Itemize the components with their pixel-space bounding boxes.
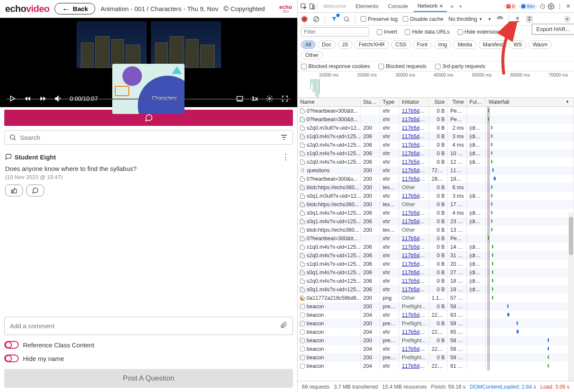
request-row[interactable]: beacon 200 prefl... Preflight... 0 B 58 … xyxy=(298,336,574,345)
request-initiator[interactable]: 117b5d0... xyxy=(399,277,429,285)
filter-chip-all[interactable]: All xyxy=(301,40,315,49)
request-initiator[interactable]: Preflight... xyxy=(399,336,429,345)
network-filter-input[interactable] xyxy=(301,27,369,37)
request-initiator[interactable]: 117b5d0... xyxy=(399,285,429,294)
request-initiator[interactable]: 117b5d0... xyxy=(399,132,429,141)
import-har-icon[interactable] xyxy=(514,16,521,23)
request-row[interactable]: blob:https://echo360... 200 text/... Oth… xyxy=(298,200,574,209)
export-har-icon[interactable] xyxy=(526,16,533,23)
request-initiator[interactable]: Preflight... xyxy=(399,353,429,362)
close-icon[interactable]: ✕ xyxy=(439,3,443,9)
forward-icon[interactable] xyxy=(39,95,47,102)
request-initiator[interactable]: 117b5d0... xyxy=(399,234,429,243)
col-size[interactable]: Size xyxy=(429,98,448,106)
request-row[interactable]: blob:https://echo360... 200 text/... Oth… xyxy=(298,226,574,234)
clear-icon[interactable] xyxy=(313,16,320,23)
attach-icon[interactable] xyxy=(280,321,287,330)
rewind-icon[interactable] xyxy=(24,95,31,102)
request-initiator[interactable]: 117b5d0... xyxy=(399,192,429,200)
col-time[interactable]: Time xyxy=(448,98,467,106)
tab-elements[interactable]: Elements xyxy=(352,1,382,11)
request-row[interactable]: beacon 204 xhr 117b5d0... 226 B 65 ms xyxy=(298,328,574,336)
hide-name-toggle[interactable] xyxy=(4,355,19,362)
request-row[interactable]: s1q0.m4s?x-uid=125... 206 xhr 117b5d0...… xyxy=(298,132,574,141)
request-row[interactable]: s1q0.m4s?x-uid=125... 206 xhr 117b5d0...… xyxy=(298,243,574,251)
request-row[interactable]: beacon 200 prefl... Preflight... 0 B 59 … xyxy=(298,319,574,328)
filter-icon[interactable] xyxy=(280,133,288,142)
request-initiator[interactable]: 117b5d0... xyxy=(399,311,429,319)
request-row[interactable]: 0?heartbeat=300&tt... xhr 117b5d0... 0 B… xyxy=(298,234,574,243)
reply-button[interactable] xyxy=(26,185,44,196)
request-row[interactable]: beacon 200 prefl... Preflight... 0 B 59 … xyxy=(298,353,574,362)
device-icon[interactable] xyxy=(309,3,315,10)
request-row[interactable]: s2q0.m4s?x-uid=125... 206 xhr 117b5d0...… xyxy=(298,141,574,149)
request-row[interactable]: s2q0.m4s?x-uid=125... 206 xhr 117b5d0...… xyxy=(298,277,574,285)
errors-badge[interactable]: ✕8 xyxy=(504,3,517,9)
request-row[interactable]: 0?heartbeat=300&tt... xhr 117b5d0... 0 B… xyxy=(298,115,574,124)
request-initiator[interactable]: Preflight... xyxy=(399,302,429,311)
settings-icon[interactable] xyxy=(548,3,554,10)
request-row[interactable]: s0q1.m4s?x-uid=125... 206 xhr 117b5d0...… xyxy=(298,209,574,217)
request-initiator[interactable]: 117b5d0... xyxy=(399,251,429,260)
like-button[interactable] xyxy=(5,185,23,196)
network-conditions-icon[interactable] xyxy=(497,16,503,23)
request-initiator[interactable]: 117b5d0... xyxy=(399,345,429,353)
request-row[interactable]: s2q0.m4s?x-uid=125... 206 xhr 117b5d0...… xyxy=(298,251,574,260)
col-initiator[interactable]: Initiator xyxy=(399,98,429,106)
filter-toggle-icon[interactable] xyxy=(330,16,338,22)
filter-chip-doc[interactable]: Doc xyxy=(318,40,335,49)
filter-chip-img[interactable]: Img xyxy=(434,40,452,49)
request-initiator[interactable]: Other xyxy=(399,294,429,302)
filter-chip-ws[interactable]: WS xyxy=(509,40,526,49)
search-input[interactable] xyxy=(20,134,276,141)
request-row[interactable]: s0q1.m4s?x-uid=125... 206 xhr 117b5d0...… xyxy=(298,285,574,294)
request-initiator[interactable]: 117b5d0... xyxy=(399,260,429,268)
play-icon[interactable] xyxy=(9,95,16,102)
request-row[interactable]: s1q0.m4s?x-uid=125... 206 xhr 117b5d0...… xyxy=(298,149,574,158)
request-row[interactable]: s0q1.m4s?x-uid=125... 206 xhr 117b5d0...… xyxy=(298,268,574,277)
request-initiator[interactable]: 117b5d0... xyxy=(399,107,429,115)
request-row[interactable]: 0?heartbeat=300&u... 200 xhr 117b5d0... … xyxy=(298,175,574,183)
request-initiator[interactable]: 117b5d0... xyxy=(399,217,429,226)
third-party-checkbox[interactable]: 3rd-party requests xyxy=(435,63,485,69)
throttling-select[interactable]: No throttling ▼ xyxy=(449,16,483,22)
request-initiator[interactable]: 117b5d0... xyxy=(399,175,429,183)
comment-input[interactable] xyxy=(10,322,280,330)
request-initiator[interactable]: 117b5d0... xyxy=(399,158,429,166)
request-initiator[interactable]: 117b5d0... xyxy=(399,362,429,370)
request-initiator[interactable]: 117b5d0... xyxy=(399,209,429,217)
col-status[interactable]: Status xyxy=(361,98,380,106)
search-field[interactable] xyxy=(4,130,293,145)
request-initiator[interactable]: Other xyxy=(399,183,429,192)
tab-console[interactable]: Console xyxy=(384,1,412,11)
invert-checkbox[interactable]: Invert xyxy=(377,29,397,35)
request-row[interactable]: s0q1.m4s?x-uid=125... 206 xhr 117b5d0...… xyxy=(298,217,574,226)
more-icon[interactable]: ⋮ xyxy=(556,3,563,10)
col-fulfilled[interactable]: Fulfil... xyxy=(467,98,486,106)
video-player[interactable]: Characters 0:00/10:07 1x xyxy=(0,18,297,107)
request-row[interactable]: beacon 204 xhr 117b5d0... 226 B 61 ms xyxy=(298,362,574,370)
reference-toggle[interactable] xyxy=(4,341,19,349)
speed-button[interactable]: 1x xyxy=(251,95,258,102)
disable-cache-checkbox[interactable]: Disable cache xyxy=(403,16,443,22)
performance-icon[interactable] xyxy=(539,3,546,10)
filter-chip-js[interactable]: JS xyxy=(338,40,352,49)
request-initiator[interactable]: Other xyxy=(399,200,429,209)
request-initiator[interactable]: 117b5d0... xyxy=(399,243,429,251)
col-name[interactable]: Name xyxy=(298,98,361,106)
request-row[interactable]: s1q0.m4s?x-uid=125... 206 xhr 117b5d0...… xyxy=(298,260,574,268)
request-initiator[interactable]: 117b5d0... xyxy=(399,149,429,158)
filter-chip-wasm[interactable]: Wasm xyxy=(529,40,552,49)
layout-icon[interactable] xyxy=(236,95,244,102)
hide-data-urls-checkbox[interactable]: Hide data URLs xyxy=(405,29,449,35)
filter-chip-media[interactable]: Media xyxy=(453,40,476,49)
hide-extension-urls-checkbox[interactable]: Hide extension URLs xyxy=(457,29,514,35)
preserve-log-checkbox[interactable]: Preserve log xyxy=(361,16,398,22)
request-initiator[interactable]: 117b5d0... xyxy=(399,268,429,277)
request-row[interactable]: s2q0.m3u8?x-uid=12... 200 xhr 117b5d0...… xyxy=(298,124,574,132)
filter-chip-fetch-xhr[interactable]: Fetch/XHR xyxy=(355,40,389,49)
request-row[interactable]: s2q0.m4s?x-uid=125... 206 xhr 117b5d0...… xyxy=(298,158,574,166)
request-row[interactable]: {}questions 200 xhr 117b5d0... 728 B 115… xyxy=(298,166,574,175)
request-row[interactable]: beacon 204 xhr 117b5d0... 226 B 58 ms xyxy=(298,345,574,353)
blocked-cookies-checkbox[interactable]: Blocked response cookies xyxy=(301,63,370,69)
